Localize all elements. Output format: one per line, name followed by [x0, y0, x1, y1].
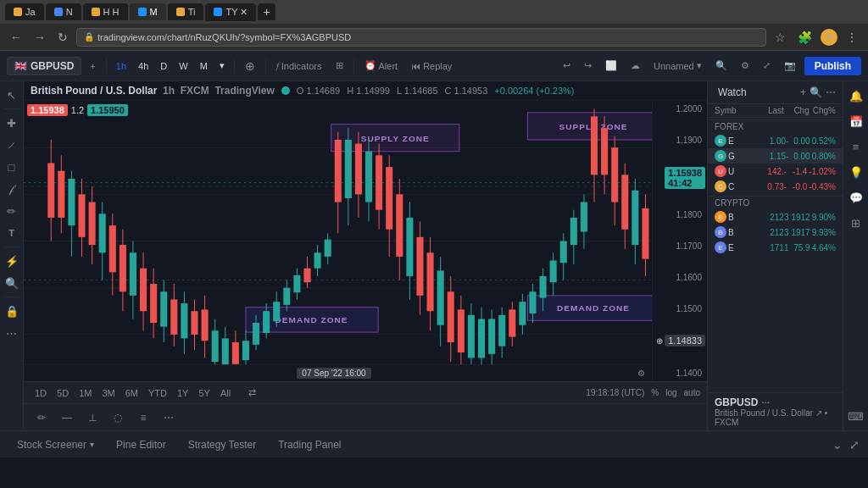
chg-b2: 1917	[790, 228, 810, 237]
zoom-tool[interactable]: 🔍	[2, 273, 22, 293]
expand-button[interactable]: ⤢	[758, 58, 776, 74]
unnamed-button[interactable]: Unnamed ▾	[648, 58, 707, 74]
data-window-icon[interactable]: ⊞	[845, 212, 867, 234]
forward-button[interactable]: →	[31, 29, 49, 46]
reload-button[interactable]: ↻	[54, 29, 71, 46]
bottom-collapse[interactable]: ⌄	[831, 436, 844, 453]
list-item-e2[interactable]: E E 1711 75.9 4.64%	[708, 240, 843, 255]
browser-tab-ti[interactable]: Ti	[168, 3, 204, 20]
browser-tab-m[interactable]: M	[130, 3, 166, 20]
price-1-16: 1.1600	[654, 273, 705, 282]
chart-title: British Pound / U.S. Dollar 1h FXCM Trad…	[31, 85, 275, 97]
stock-screener-tab[interactable]: Stock Screener ▾	[7, 435, 104, 454]
ideas-icon[interactable]: 💡	[845, 161, 867, 183]
publish-button[interactable]: Publish	[804, 57, 861, 75]
compare-button[interactable]: ⊕	[240, 57, 260, 75]
bottom-expand[interactable]: ⤢	[848, 436, 861, 453]
strategy-tester-tab[interactable]: Strategy Tester	[178, 435, 266, 454]
tf-w-button[interactable]: W	[175, 58, 192, 74]
back-button[interactable]: ←	[7, 29, 25, 46]
price-1-14: 1.1400	[654, 369, 705, 378]
watchlist-more[interactable]: ⋯	[826, 86, 836, 98]
draw-circle[interactable]: ◌	[107, 408, 129, 428]
search-button[interactable]: 🔍	[710, 58, 732, 74]
pine-editor-tab[interactable]: Pine Editor	[106, 435, 176, 454]
brush-tool[interactable]: ✏	[2, 201, 22, 221]
chart-settings-icon[interactable]: ⚙	[637, 369, 645, 378]
bookmark-button[interactable]: ☆	[771, 29, 789, 46]
tf-4h-button[interactable]: 4h	[134, 58, 153, 74]
template-button[interactable]: ⊞	[331, 58, 348, 74]
tf-5d[interactable]: 5D	[53, 387, 73, 399]
replay-button[interactable]: ⏮ Replay	[406, 58, 457, 74]
browser-tab-new[interactable]: +	[258, 3, 275, 20]
extension-button[interactable]: 🧩	[794, 29, 815, 46]
list-item-g[interactable]: G G 1.15- 0.00 0.80%	[708, 148, 843, 164]
list-item-b2[interactable]: B B 2123 1917 9.93%	[708, 225, 843, 240]
bottom-more[interactable]: ⋯	[761, 398, 770, 408]
list-item-e[interactable]: E E 1.00- 0.00 0.52%	[708, 133, 843, 148]
watchlist-add[interactable]: +	[800, 86, 806, 98]
tf-6m[interactable]: 6M	[121, 387, 142, 399]
redo-button[interactable]: ↪	[579, 58, 597, 74]
trading-panel-tab[interactable]: Trading Panel	[268, 435, 351, 454]
watch-tab[interactable]: Watch	[715, 85, 750, 100]
crosshair-tool[interactable]: ✚	[2, 113, 22, 133]
draw-measure[interactable]: ≡	[132, 408, 154, 428]
symbol-selector[interactable]: 🇬🇧 GBPUSD	[7, 57, 81, 75]
profile-button[interactable]: A	[821, 29, 837, 46]
tf-5y[interactable]: 5Y	[194, 387, 214, 399]
tf-3m[interactable]: 3M	[97, 387, 119, 399]
watchlist-icon[interactable]: ≡	[845, 136, 867, 158]
svg-rect-97	[468, 315, 475, 358]
watchlist-search[interactable]: 🔍	[810, 86, 822, 98]
draw-more[interactable]: ⋯	[158, 408, 180, 428]
tf-1y[interactable]: 1Y	[173, 387, 192, 399]
pattern-tool[interactable]: ⚡	[2, 251, 22, 271]
trendline-tool[interactable]: ⟋	[2, 135, 22, 155]
cloud-button[interactable]: ☁	[626, 58, 645, 74]
alert-button[interactable]: ⏰ Alert	[359, 58, 403, 74]
tf-more-button[interactable]: ▾	[215, 58, 229, 74]
text-tool[interactable]: T	[2, 223, 22, 243]
undo-button[interactable]: ↩	[558, 58, 576, 74]
magnet-tool[interactable]: 🔒	[2, 301, 22, 321]
shapes-tool[interactable]: □	[2, 157, 22, 177]
camera-button[interactable]: 📷	[779, 58, 801, 74]
tf-d-button[interactable]: D	[156, 58, 171, 74]
list-item-c[interactable]: C C 0.73- -0.0 -0.43%	[708, 179, 843, 194]
settings-button[interactable]: ⚙	[736, 58, 754, 74]
draw-line[interactable]: —	[56, 408, 78, 428]
calendar-icon[interactable]: 📅	[845, 110, 867, 132]
bottom-symbol[interactable]: GBPUSD ⋯	[715, 396, 836, 408]
tf-1d[interactable]: 1D	[31, 387, 51, 399]
hotkeys-icon[interactable]: ⌨	[845, 405, 867, 427]
tf-ytd[interactable]: YTD	[144, 387, 171, 399]
screener-dropdown[interactable]: ▾	[90, 440, 94, 449]
browser-tab-ty[interactable]: TY ✕	[205, 3, 256, 21]
add-symbol-button[interactable]: +	[85, 58, 100, 74]
alerts-icon[interactable]: 🔔	[845, 85, 867, 107]
draw-ray[interactable]: ⊥	[81, 408, 103, 428]
list-item-u[interactable]: U U 142.- -1.4 -1.02%	[708, 164, 843, 179]
fullscreen-button[interactable]: ⬜	[600, 58, 622, 74]
chart-canvas[interactable]: SUPPLY ZONE SUPPLY ZONE DEMAND ZONE DEMA…	[24, 101, 707, 381]
tf-m-button[interactable]: M	[196, 58, 212, 74]
last-c: 0.73-	[767, 182, 787, 191]
cursor-tool[interactable]: ↖	[2, 85, 22, 105]
menu-button[interactable]: ⋮	[843, 29, 861, 46]
more-tools[interactable]: ⋯	[2, 323, 22, 343]
tf-all[interactable]: All	[216, 387, 235, 399]
browser-tab-n[interactable]: N	[46, 3, 81, 20]
fibonacci-tool[interactable]: 𝒻	[2, 179, 22, 199]
list-item-b1[interactable]: B B 2123 1912 9.90%	[708, 209, 843, 225]
browser-tab-ja[interactable]: Ja	[5, 3, 44, 20]
draw-pen[interactable]: ✏	[31, 408, 53, 428]
tf-1m[interactable]: 1M	[75, 387, 96, 399]
browser-tab-h[interactable]: H H	[83, 3, 128, 20]
tf-1h-button[interactable]: 1h	[112, 58, 131, 74]
sync-icon[interactable]: ⇄	[248, 387, 256, 398]
indicators-button[interactable]: 𝑓 Indicators	[271, 58, 327, 74]
chat-icon[interactable]: 💬	[845, 186, 867, 208]
address-bar[interactable]: 🔒 tradingview.com/chart/nRuzQKUh/?symbol…	[76, 28, 766, 47]
